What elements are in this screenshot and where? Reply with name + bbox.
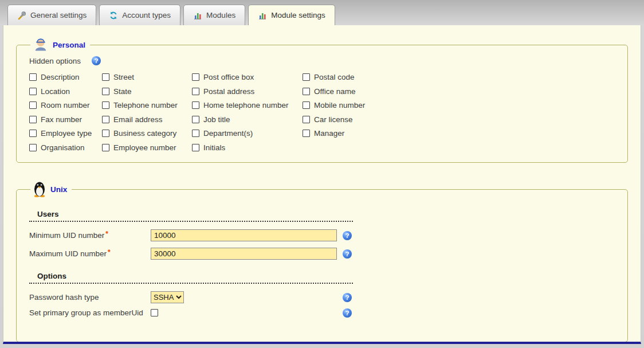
option-label: Manager xyxy=(314,129,344,138)
option-label: Employee type xyxy=(41,129,92,138)
help-icon[interactable]: ? xyxy=(343,308,352,318)
checkbox-item[interactable]: Postal code xyxy=(303,73,429,81)
option-checkbox[interactable] xyxy=(102,130,109,137)
option-checkbox[interactable] xyxy=(192,88,199,95)
checkbox-item[interactable]: Manager xyxy=(303,129,429,138)
option-checkbox[interactable] xyxy=(102,101,109,109)
option-label: Fax number xyxy=(41,115,82,124)
wrench-icon xyxy=(17,11,26,20)
unix-section: Unix Users Minimum UID number* ? Maximum… xyxy=(16,180,628,342)
checkbox-item[interactable]: Organisation xyxy=(29,143,102,152)
checkbox-item[interactable]: Initials xyxy=(192,143,303,152)
option-checkbox[interactable] xyxy=(102,73,109,81)
checkbox-item[interactable]: Street xyxy=(102,73,192,81)
option-label: State xyxy=(113,87,132,96)
tab-modules[interactable]: Modules xyxy=(183,5,245,25)
option-label: Job title xyxy=(203,115,230,124)
checkbox-item[interactable]: Room number xyxy=(29,101,102,110)
option-label: Description xyxy=(41,73,80,81)
option-checkbox[interactable] xyxy=(303,73,310,81)
option-checkbox[interactable] xyxy=(192,73,199,81)
checkbox-item[interactable]: Email address xyxy=(102,115,192,124)
help-icon[interactable]: ? xyxy=(343,293,352,302)
help-icon[interactable]: ? xyxy=(343,249,352,259)
option-checkbox[interactable] xyxy=(29,144,37,151)
min-uid-row: Minimum UID number* ? xyxy=(29,229,619,242)
option-checkbox[interactable] xyxy=(303,116,310,123)
personal-section: Personal Hidden options ? Description St… xyxy=(16,36,628,163)
min-uid-label: Minimum UID number* xyxy=(29,231,151,240)
checkbox-item[interactable]: Car license xyxy=(303,115,429,124)
option-checkbox[interactable] xyxy=(303,88,310,95)
password-hash-row: Password hash type SSHA ? xyxy=(29,291,619,304)
checkbox-item[interactable]: Department(s) xyxy=(192,129,303,138)
option-label: Mobile number xyxy=(314,101,365,110)
tab-label: General settings xyxy=(30,11,87,19)
checkbox-item[interactable]: Employee number xyxy=(102,143,192,152)
checkbox-item[interactable]: Mobile number xyxy=(303,101,429,110)
min-uid-input[interactable] xyxy=(151,229,337,241)
member-uid-label: Set primary group as memberUid xyxy=(29,308,151,317)
checkbox-item[interactable]: State xyxy=(102,87,192,96)
checkbox-item[interactable]: Employee type xyxy=(29,129,102,138)
option-checkbox[interactable] xyxy=(303,130,310,137)
option-checkbox[interactable] xyxy=(192,116,199,123)
checkbox-item[interactable]: Job title xyxy=(192,115,303,124)
person-icon xyxy=(33,36,49,54)
option-checkbox[interactable] xyxy=(29,116,37,123)
settings-panel: Personal Hidden options ? Description St… xyxy=(3,25,641,344)
checkbox-item[interactable]: Home telephone number xyxy=(192,101,303,110)
password-hash-select[interactable]: SSHA xyxy=(151,291,184,303)
options-subheading: Options xyxy=(29,272,353,284)
checkbox-item[interactable]: Location xyxy=(29,87,102,96)
option-label: Car license xyxy=(314,115,353,124)
option-checkbox[interactable] xyxy=(102,116,109,123)
option-checkbox[interactable] xyxy=(102,144,109,151)
lam-settings-page: General settings Account types xyxy=(0,0,644,348)
option-checkbox[interactable] xyxy=(29,130,37,137)
unix-section-title: Unix xyxy=(50,185,67,194)
option-checkbox[interactable] xyxy=(29,73,37,81)
max-uid-label: Maximum UID number* xyxy=(29,249,151,258)
option-checkbox[interactable] xyxy=(192,130,199,137)
checkbox-item[interactable]: Postal address xyxy=(192,87,303,96)
option-checkbox[interactable] xyxy=(102,88,109,95)
option-label: Postal code xyxy=(314,73,355,81)
option-label: Location xyxy=(41,87,70,96)
tab-label: Modules xyxy=(206,11,235,19)
tab-account-types[interactable]: Account types xyxy=(99,5,180,25)
help-icon[interactable]: ? xyxy=(343,231,352,240)
option-label: Organisation xyxy=(41,143,85,152)
users-subheading-label: Users xyxy=(37,210,59,218)
option-checkbox[interactable] xyxy=(192,144,199,151)
option-label: Post office box xyxy=(203,73,254,81)
tab-module-settings[interactable]: Module settings xyxy=(248,5,335,25)
hidden-options-label: Hidden options xyxy=(29,57,81,65)
tab-label: Module settings xyxy=(271,11,325,19)
checkbox-item[interactable]: Business category xyxy=(102,129,192,138)
account-types-icon xyxy=(109,11,118,20)
member-uid-checkbox[interactable] xyxy=(151,309,158,316)
option-checkbox[interactable] xyxy=(29,101,37,109)
personal-legend: Personal xyxy=(30,36,90,54)
option-checkbox[interactable] xyxy=(29,88,37,95)
checkbox-item[interactable]: Fax number xyxy=(29,115,102,124)
module-settings-icon xyxy=(258,11,267,20)
help-icon[interactable]: ? xyxy=(92,56,101,65)
required-marker: * xyxy=(105,230,108,238)
checkbox-item[interactable]: Description xyxy=(29,73,102,81)
option-label: Office name xyxy=(314,87,356,96)
password-hash-label: Password hash type xyxy=(29,293,151,302)
option-label: Department(s) xyxy=(203,129,253,138)
option-checkbox[interactable] xyxy=(192,101,199,109)
unix-legend: Unix xyxy=(30,180,72,200)
checkbox-item[interactable]: Telephone number xyxy=(102,101,192,110)
checkbox-item[interactable]: Office name xyxy=(303,87,429,96)
checkbox-item[interactable]: Post office box xyxy=(192,73,303,81)
option-label: Email address xyxy=(113,115,163,124)
modules-icon xyxy=(193,11,202,20)
max-uid-input[interactable] xyxy=(151,248,337,260)
tab-general-settings[interactable]: General settings xyxy=(7,5,96,25)
option-checkbox[interactable] xyxy=(303,101,310,109)
options-subheading-label: Options xyxy=(37,272,66,280)
